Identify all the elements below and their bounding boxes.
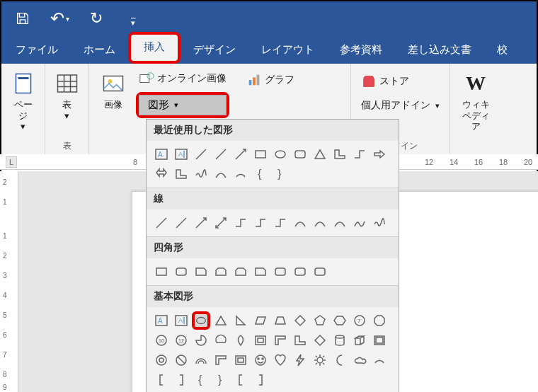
shape-rbrkt[interactable] bbox=[172, 371, 190, 389]
shape-bolt[interactable] bbox=[291, 351, 309, 369]
shape-can[interactable] bbox=[331, 331, 349, 350]
shapes-button[interactable]: 図形▾ bbox=[139, 95, 227, 115]
shape-oct[interactable] bbox=[370, 311, 389, 330]
chart-button[interactable]: グラフ bbox=[244, 71, 297, 89]
my-addins-button[interactable]: 個人用アドイン▾ bbox=[358, 98, 442, 113]
shape-elbow[interactable] bbox=[271, 214, 290, 232]
shape-scribble[interactable] bbox=[370, 214, 389, 232]
shape-vtext[interactable]: A bbox=[172, 311, 190, 330]
shape-donut[interactable] bbox=[152, 351, 171, 369]
shape-darrowblk[interactable] bbox=[152, 165, 171, 183]
shape-smile[interactable] bbox=[251, 351, 270, 369]
redo-icon[interactable]: ↻ bbox=[85, 7, 108, 30]
shape-rect[interactable] bbox=[152, 263, 171, 281]
shape-dec[interactable]: 10 bbox=[152, 331, 171, 350]
online-pictures-button[interactable]: オンライン画像 bbox=[136, 69, 229, 88]
shape-line[interactable] bbox=[212, 145, 230, 163]
shape-para[interactable] bbox=[251, 311, 270, 330]
shape-line[interactable] bbox=[192, 145, 210, 163]
shape-curve[interactable] bbox=[311, 214, 329, 232]
shape-oval[interactable] bbox=[271, 145, 290, 163]
shape-rtri[interactable] bbox=[231, 311, 250, 330]
shape-curve[interactable] bbox=[291, 214, 309, 232]
shape-rrect[interactable] bbox=[271, 263, 290, 281]
shape-tear[interactable] bbox=[231, 331, 250, 350]
table-button[interactable]: 表▾ bbox=[50, 68, 84, 124]
shape-snip1[interactable] bbox=[251, 263, 270, 281]
save-icon[interactable] bbox=[11, 7, 34, 30]
shape-tri[interactable] bbox=[311, 145, 329, 163]
shape-rrect[interactable] bbox=[291, 145, 309, 163]
tab-mailings[interactable]: 差し込み文書 bbox=[395, 38, 484, 64]
shape-heart[interactable] bbox=[271, 351, 290, 369]
shape-lframe[interactable] bbox=[271, 331, 290, 350]
shape-pie[interactable] bbox=[192, 331, 210, 350]
shape-rbrace[interactable]: } bbox=[212, 371, 230, 389]
shape-corner[interactable] bbox=[212, 351, 230, 369]
wikipedia-button[interactable]: W ウィキペディア bbox=[457, 68, 494, 135]
shape-scribble[interactable] bbox=[192, 165, 210, 183]
shape-rbrkt[interactable] bbox=[251, 371, 270, 389]
shape-lbrace[interactable]: { bbox=[192, 371, 210, 389]
tab-design[interactable]: デザイン bbox=[181, 38, 248, 64]
tab-review[interactable]: 校 bbox=[484, 38, 520, 64]
shape-rrect[interactable] bbox=[311, 263, 329, 281]
shape-line[interactable] bbox=[152, 214, 171, 232]
shape-textbox[interactable]: A bbox=[152, 145, 171, 163]
shape-pent[interactable] bbox=[311, 311, 329, 330]
shape-tri[interactable] bbox=[212, 311, 230, 330]
shape-arrow[interactable] bbox=[231, 145, 250, 163]
shape-arc[interactable] bbox=[231, 165, 250, 183]
shape-rrect[interactable] bbox=[291, 263, 309, 281]
shape-block[interactable] bbox=[192, 351, 210, 369]
shape-snip1[interactable] bbox=[192, 263, 210, 281]
shape-vtext[interactable]: A bbox=[172, 145, 190, 163]
shape-elbow[interactable] bbox=[251, 214, 270, 232]
tab-home[interactable]: ホーム bbox=[71, 38, 128, 64]
shape-sun[interactable] bbox=[311, 351, 329, 369]
shape-line[interactable] bbox=[172, 214, 190, 232]
tab-file[interactable]: ファイル bbox=[3, 38, 71, 64]
shape-chord[interactable] bbox=[212, 331, 230, 350]
shape-rrect[interactable] bbox=[172, 263, 190, 281]
shape-lshape[interactable] bbox=[172, 165, 190, 183]
shape-dodec[interactable]: 12 bbox=[172, 331, 190, 350]
shape-rarrowblk[interactable] bbox=[370, 145, 389, 163]
shape-snip2[interactable] bbox=[231, 263, 250, 281]
shape-lshape[interactable] bbox=[331, 145, 349, 163]
shape-lbrkt[interactable] bbox=[231, 371, 250, 389]
shape-rect[interactable] bbox=[251, 145, 270, 163]
shape-curve[interactable] bbox=[331, 214, 349, 232]
store-button[interactable]: ストア bbox=[358, 72, 442, 91]
shape-diam[interactable] bbox=[291, 311, 309, 330]
shape-moon[interactable] bbox=[331, 351, 349, 369]
tab-layout[interactable]: レイアウト bbox=[248, 38, 327, 64]
shape-frame[interactable] bbox=[231, 351, 250, 369]
shape-frame[interactable] bbox=[251, 331, 270, 350]
pages-button[interactable]: ページ▾ bbox=[6, 68, 40, 135]
shape-noentry[interactable] bbox=[172, 351, 190, 369]
shape-arc[interactable] bbox=[370, 351, 389, 369]
shape-hept[interactable]: 7 bbox=[350, 311, 369, 330]
pictures-button[interactable]: 画像 bbox=[96, 68, 130, 113]
shape-lshape[interactable] bbox=[291, 331, 309, 350]
shape-cube[interactable] bbox=[350, 331, 369, 350]
shape-lbrkt[interactable] bbox=[152, 371, 171, 389]
shape-darrow[interactable] bbox=[212, 214, 230, 232]
shape-snip2[interactable] bbox=[212, 263, 230, 281]
shape-trap[interactable] bbox=[271, 311, 290, 330]
shape-arrow[interactable] bbox=[192, 214, 210, 232]
shape-bevel[interactable] bbox=[370, 331, 389, 350]
shape-lbrace[interactable]: { bbox=[251, 165, 270, 183]
shape-freeform[interactable] bbox=[350, 214, 369, 232]
shape-textbox[interactable]: A bbox=[152, 311, 171, 330]
shape-cloud[interactable] bbox=[350, 351, 369, 369]
shape-oval[interactable] bbox=[192, 311, 210, 330]
shape-rbrace[interactable]: } bbox=[271, 165, 290, 183]
shape-elbow[interactable] bbox=[231, 214, 250, 232]
shape-diam[interactable] bbox=[311, 331, 329, 350]
shape-elbow[interactable] bbox=[350, 145, 369, 163]
shape-hex[interactable] bbox=[331, 311, 349, 330]
tab-insert[interactable]: 挿入 bbox=[128, 32, 181, 64]
undo-icon[interactable]: ↶▾ bbox=[48, 7, 71, 30]
